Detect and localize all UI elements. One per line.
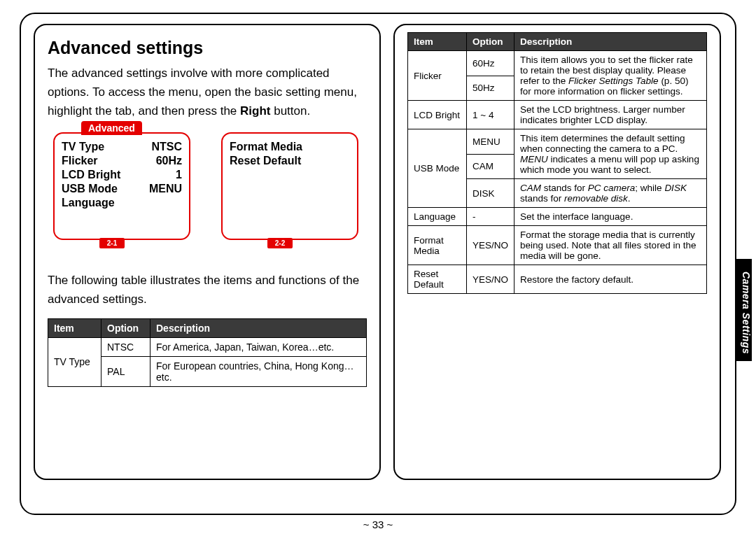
menu-page-indicator-2: 2-2 xyxy=(267,238,293,248)
menu-row-label: TV Type xyxy=(62,141,104,153)
cell-description: Restore the factory default. xyxy=(514,265,707,294)
cell-item: Format Media xyxy=(408,226,467,265)
cell-item-tvtype: TV Type xyxy=(48,337,102,386)
cell-option: YES/NO xyxy=(467,265,514,294)
right-panel: Item Option Description Flicker60HzThis … xyxy=(393,24,721,480)
table-intro-paragraph: The following table illustrates the item… xyxy=(48,271,367,309)
cell-desc-ntsc: For America, Japan, Taiwan, Korea…etc. xyxy=(150,337,367,356)
th-description: Description xyxy=(150,318,367,337)
menu-row-label: USB Mode xyxy=(62,183,118,195)
cell-option: 50Hz xyxy=(467,76,514,101)
menu-row: Flicker60Hz xyxy=(62,155,182,167)
menu-row-value: NTSC xyxy=(151,141,182,153)
left-spec-table: Item Option Description TV Type NTSC For… xyxy=(48,318,367,387)
cell-option: YES/NO xyxy=(467,226,514,265)
cell-option: - xyxy=(467,208,514,226)
menu-row: Language xyxy=(62,197,182,209)
intro-paragraph: The advanced settings involve with more … xyxy=(48,64,367,121)
menu-page-indicator-1: 2-1 xyxy=(99,238,125,248)
side-tab-camera-settings: Camera Settings xyxy=(736,259,752,361)
menu-row: USB ModeMENU xyxy=(62,183,182,195)
menu-row: TV TypeNTSC xyxy=(62,141,182,153)
menu-row: Reset Default xyxy=(230,155,350,167)
left-panel: Advanced settings The advanced settings … xyxy=(34,24,381,480)
cell-option: 1 ~ 4 xyxy=(467,101,514,129)
menu-row: LCD Bright1 xyxy=(62,169,182,181)
cell-description: Set the LCD brightness. Larger number in… xyxy=(514,101,707,129)
menu-row-label: Format Media xyxy=(230,141,302,153)
right-button-word: Right xyxy=(240,104,270,118)
menu-row-label: Language xyxy=(62,197,115,209)
cell-item: Flicker xyxy=(408,51,467,101)
menu-row-value: 60Hz xyxy=(156,155,182,167)
th-option: Option xyxy=(102,318,150,337)
menu-screen-1: Advanced TV TypeNTSCFlicker60HzLCD Brigh… xyxy=(53,132,190,240)
menu-screen-2: Format MediaReset Default 2-2 xyxy=(221,132,358,240)
cell-item: USB Mode xyxy=(408,129,467,208)
th-item-r: Item xyxy=(408,33,467,51)
cell-option: DISK xyxy=(467,179,514,208)
th-description-r: Description xyxy=(514,33,707,51)
menu-row-value: 1 xyxy=(176,169,182,181)
cell-option: CAM xyxy=(467,154,514,179)
menu-screens-wrap: Advanced TV TypeNTSCFlicker60HzLCD Brigh… xyxy=(53,132,367,240)
menu-row-label: Flicker xyxy=(62,155,98,167)
right-spec-table: Item Option Description Flicker60HzThis … xyxy=(407,32,707,294)
menu-row-label: Reset Default xyxy=(230,155,301,167)
cell-option: MENU xyxy=(467,129,514,155)
menu-row-value: MENU xyxy=(149,183,182,195)
menu-row: Format Media xyxy=(230,141,350,153)
th-item: Item xyxy=(48,318,102,337)
cell-option: 60Hz xyxy=(467,51,514,76)
cell-desc-pal: For European countries, China, Hong Kong… xyxy=(150,356,367,386)
cell-description: This item allows you to set the flicker … xyxy=(514,51,707,101)
cell-description: Format the storage media that is current… xyxy=(514,226,707,265)
th-option-r: Option xyxy=(467,33,514,51)
cell-description: CAM stands for PC camera; while DISK sta… xyxy=(514,179,707,208)
page-number: ~ 33 ~ xyxy=(0,519,756,530)
cell-item: Reset Default xyxy=(408,265,467,294)
menu-row-label: LCD Bright xyxy=(62,169,120,181)
section-title: Advanced settings xyxy=(48,38,367,58)
cell-item: LCD Bright xyxy=(408,101,467,129)
cell-item: Language xyxy=(408,208,467,226)
cell-option-ntsc: NTSC xyxy=(102,337,150,356)
intro-text-pre: The advanced settings involve with more … xyxy=(48,66,357,118)
cell-description: Set the interface language. xyxy=(514,208,707,226)
cell-description: This item determines the default setting… xyxy=(514,129,707,179)
intro-text-post: button. xyxy=(270,104,310,118)
cell-option-pal: PAL xyxy=(102,356,150,386)
menu-tab-advanced: Advanced xyxy=(81,121,142,135)
